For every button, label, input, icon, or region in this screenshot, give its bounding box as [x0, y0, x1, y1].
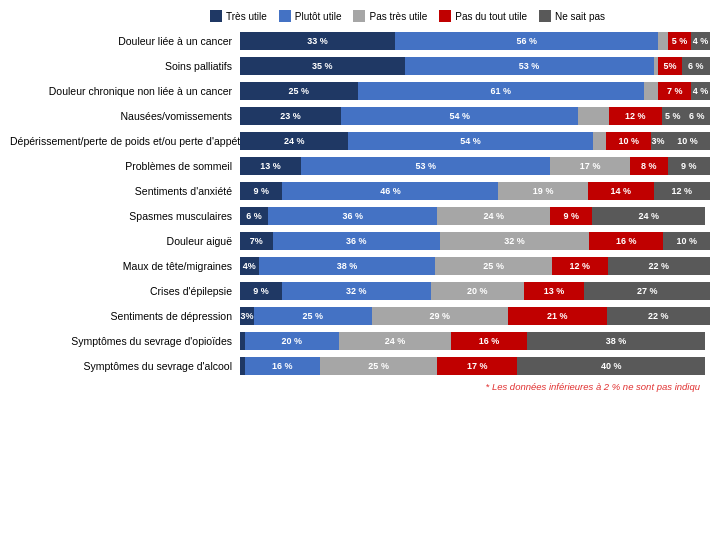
bar-label: Sentiments d'anxiété	[10, 185, 240, 197]
bar-track: 16 %25 %17 %40 %	[240, 357, 710, 375]
legend-color	[210, 10, 222, 22]
bar-row: Spasmes musculaires6 %36 %24 %9 %24 %	[10, 205, 710, 227]
bar-segment: 54 %	[348, 132, 592, 150]
bar-segment: 12 %	[609, 107, 662, 125]
bar-segment: 25 %	[435, 257, 551, 275]
bar-segment	[578, 107, 609, 125]
bar-segment: 10 %	[606, 132, 651, 150]
bar-segment: 17 %	[550, 157, 630, 175]
bar-row: Problèmes de sommeil13 %53 %17 %8 %9 %	[10, 155, 710, 177]
bar-segment: 16 %	[589, 232, 663, 250]
bar-track: 6 %36 %24 %9 %24 %	[240, 207, 710, 225]
legend-color	[353, 10, 365, 22]
bar-track: 3%25 %29 %21 %22 %	[240, 307, 710, 325]
bar-segment: 29 %	[372, 307, 508, 325]
bar-segment	[644, 82, 658, 100]
legend-item: Pas du tout utile	[439, 10, 527, 22]
bar-segment: 35 %	[240, 57, 405, 75]
bar-segment: 20 %	[431, 282, 524, 300]
legend-item: Plutôt utile	[279, 10, 342, 22]
bar-track: 35 %53 %5%6 %	[240, 57, 710, 75]
bar-row: Douleur liée à un cancer33 %56 %5 %4 %	[10, 30, 710, 52]
bar-row: Nausées/vomissements23 %54 %12 %5 %6 %	[10, 105, 710, 127]
legend-color	[279, 10, 291, 22]
bar-segment: 7%	[240, 232, 273, 250]
bar-segment: 16 %	[451, 332, 526, 350]
bar-segment: 24 %	[240, 132, 348, 150]
bar-label: Douleur aiguë	[10, 235, 240, 247]
bar-segment: 54 %	[341, 107, 578, 125]
bar-label: Douleur liée à un cancer	[10, 35, 240, 47]
bar-segment: 56 %	[395, 32, 658, 50]
legend-color	[539, 10, 551, 22]
bar-label: Douleur chronique non liée à un cancer	[10, 85, 240, 97]
bar-label: Problèmes de sommeil	[10, 160, 240, 172]
bar-segment: 46 %	[282, 182, 498, 200]
bar-label: Dépérissement/perte de poids et/ou perte…	[10, 135, 240, 147]
legend-item: Très utile	[210, 10, 267, 22]
bar-row: Maux de tête/migraines4%38 %25 %12 %22 %	[10, 255, 710, 277]
bar-segment: 20 %	[245, 332, 339, 350]
bar-segment: 3%	[240, 307, 254, 325]
bar-segment: 9 %	[668, 157, 710, 175]
legend-color	[439, 10, 451, 22]
bar-segment: 5 %	[668, 32, 692, 50]
bar-track: 24 %54 %10 %3%10 %	[240, 132, 710, 150]
bar-track: 33 %56 %5 %4 %	[240, 32, 710, 50]
bar-segment: 53 %	[301, 157, 550, 175]
bar-segment: 25 %	[240, 82, 358, 100]
bar-segment: 10 %	[665, 132, 710, 150]
bar-segment: 24 %	[592, 207, 705, 225]
legend-item: Ne sait pas	[539, 10, 605, 22]
bars-container: Douleur liée à un cancer33 %56 %5 %4 %So…	[10, 30, 710, 377]
bar-track: 23 %54 %12 %5 %6 %	[240, 107, 710, 125]
bar-label: Soins palliatifs	[10, 60, 240, 72]
bar-segment: 7 %	[658, 82, 691, 100]
bar-label: Crises d'épilepsie	[10, 285, 240, 297]
bar-segment: 10 %	[663, 232, 710, 250]
bar-label: Symptômes du sevrage d'alcool	[10, 360, 240, 372]
bar-row: Douleur aiguë7%36 %32 %16 %10 %	[10, 230, 710, 252]
bar-track: 7%36 %32 %16 %10 %	[240, 232, 710, 250]
bar-segment: 9 %	[240, 282, 282, 300]
bar-segment: 40 %	[517, 357, 705, 375]
bar-segment: 53 %	[405, 57, 654, 75]
bar-segment: 13 %	[524, 282, 585, 300]
bar-track: 13 %53 %17 %8 %9 %	[240, 157, 710, 175]
bar-segment: 36 %	[273, 232, 441, 250]
chart-container: Très utilePlutôt utilePas très utilePas …	[0, 0, 720, 412]
bar-segment: 22 %	[607, 307, 710, 325]
bar-segment: 21 %	[508, 307, 607, 325]
bar-segment: 3%	[651, 132, 665, 150]
bar-label: Sentiments de dépression	[10, 310, 240, 322]
bar-segment: 33 %	[240, 32, 395, 50]
bar-label: Maux de tête/migraines	[10, 260, 240, 272]
bar-segment: 38 %	[527, 332, 706, 350]
bar-row: Sentiments d'anxiété9 %46 %19 %14 %12 %	[10, 180, 710, 202]
footnote: * Les données inférieures à 2 % ne sont …	[10, 381, 710, 392]
bar-track: 4%38 %25 %12 %22 %	[240, 257, 710, 275]
bar-segment: 5 %	[662, 107, 684, 125]
bar-row: Douleur chronique non liée à un cancer25…	[10, 80, 710, 102]
bar-label: Nausées/vomissements	[10, 110, 240, 122]
bar-label: Symptômes du sevrage d'opioïdes	[10, 335, 240, 347]
bar-segment	[658, 32, 667, 50]
bar-segment: 14 %	[588, 182, 654, 200]
bar-segment: 32 %	[282, 282, 431, 300]
bar-segment: 16 %	[245, 357, 320, 375]
bar-segment: 4 %	[691, 82, 710, 100]
bar-segment: 6 %	[684, 107, 710, 125]
bar-segment: 24 %	[339, 332, 452, 350]
bar-segment: 19 %	[498, 182, 587, 200]
bar-track: 9 %46 %19 %14 %12 %	[240, 182, 710, 200]
bar-segment: 9 %	[240, 182, 282, 200]
bar-segment: 24 %	[437, 207, 550, 225]
legend-item: Pas très utile	[353, 10, 427, 22]
bar-track: 9 %32 %20 %13 %27 %	[240, 282, 710, 300]
bar-row: Soins palliatifs35 %53 %5%6 %	[10, 55, 710, 77]
legend: Très utilePlutôt utilePas très utilePas …	[10, 10, 710, 22]
bar-row: Symptômes du sevrage d'opioïdes20 %24 %1…	[10, 330, 710, 352]
bar-segment: 23 %	[240, 107, 341, 125]
bar-row: Dépérissement/perte de poids et/ou perte…	[10, 130, 710, 152]
legend-label: Pas du tout utile	[455, 11, 527, 22]
